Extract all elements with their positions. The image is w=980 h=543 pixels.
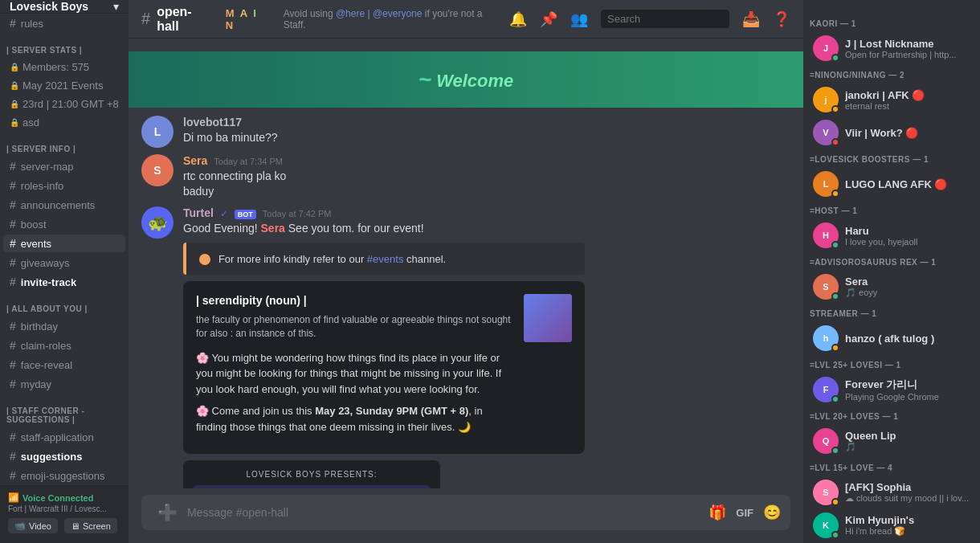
channel-item-emoji-suggestions[interactable]: # emoji-suggestions — [3, 467, 125, 484]
bot-badge: BOT — [235, 210, 256, 219]
member-item-lugo[interactable]: L LUGO LANG AFK 🔴 — [806, 168, 977, 200]
member-item-forever[interactable]: F Forever 가리니 Playing Google Chrome — [806, 374, 977, 406]
member-item-j-lost[interactable]: J J | Lost Nickname Open for Partnership… — [806, 32, 977, 64]
member-item-haru[interactable]: H Haru I love you, hyejaoll — [806, 219, 977, 251]
member-item-sophia[interactable]: S [AFK] Sophia ☁ clouds suit my mood || … — [806, 476, 977, 508]
message-header-1: lovebot117 — [183, 116, 790, 129]
member-info-forever: Forever 가리니 Playing Google Chrome — [845, 378, 970, 402]
member-info-queen: Queen Lip 🎵 — [845, 430, 970, 452]
channel-item-face-reveal[interactable]: # face-reveal — [3, 356, 125, 374]
video-button[interactable]: 📹 Video — [8, 518, 58, 533]
member-avatar-haru: H — [813, 223, 839, 248]
hash-icon-myday: # — [10, 378, 16, 390]
embed-icon — [199, 254, 210, 265]
member-name-kim: Kim Hyunjin's — [845, 514, 970, 526]
channel-name-emoji-suggestions: emoji-suggestions — [21, 470, 105, 482]
hash-icon-bday: # — [10, 320, 16, 333]
channel-name-face-reveal: face-reveal — [21, 359, 72, 371]
hash-icon-boost: # — [10, 218, 16, 231]
channel-item-announcements[interactable]: # announcements — [3, 196, 125, 214]
poster-header: Lovesick Boys Presents: — [193, 470, 431, 479]
help-icon[interactable]: ❓ — [773, 10, 790, 28]
bell-icon[interactable]: 🔔 — [509, 10, 527, 28]
status-dot-online — [831, 54, 839, 62]
channel-item-schedule[interactable]: 🔒 23rd | 21:00 GMT +8 — [3, 96, 125, 112]
search-input[interactable] — [601, 10, 729, 28]
section-label-lvl15: =LVL 15+ LOVE — 4 — [803, 463, 980, 476]
lock-icon-4: 🔒 — [10, 118, 19, 127]
channel-item-roles-info[interactable]: # roles-info — [3, 177, 125, 194]
poster-visual: Bakit monilalabas yungThingy mo? 🧍 — [193, 485, 431, 488]
members-icon[interactable]: 👥 — [570, 10, 588, 28]
member-name-viir: Viir | Work? 🔴 — [845, 127, 970, 139]
channel-name-claim-roles: claim-roles — [21, 340, 71, 352]
channel-name-schedule: 23rd | 21:00 GMT +8 — [22, 98, 119, 110]
message-author-1: lovebot117 — [183, 116, 242, 129]
member-item-kim[interactable]: K Kim Hyunjin's Hi i'm bread 🍞 — [806, 509, 977, 541]
hash-icon-sug: # — [10, 450, 16, 463]
screen-button[interactable]: 🖥 Screen — [64, 518, 117, 533]
channel-item-rules[interactable]: # rules — [3, 14, 125, 32]
card-body-text-2: 🌸 Come and join us this May 23, Sunday 9… — [196, 403, 514, 435]
member-avatar-sera-r: S — [813, 274, 839, 300]
verified-icon: ✓ — [220, 208, 228, 219]
avatar-lovebot: L — [141, 116, 174, 148]
member-item-queen[interactable]: Q Queen Lip 🎵 — [806, 425, 977, 457]
channel-item-events[interactable]: # events — [3, 235, 125, 252]
member-item-janokri[interactable]: j janokri | AFK 🔴 eternal rest — [806, 84, 977, 116]
channel-item-suggestions[interactable]: # suggestions — [3, 447, 125, 465]
voice-actions: 📹 Video 🖥 Screen — [8, 518, 120, 533]
gift-icon[interactable]: 🎁 — [708, 504, 726, 521]
channel-name-birthday: birthday — [21, 320, 58, 333]
member-item-sera[interactable]: S Sera 🎵 eoyy — [806, 271, 977, 303]
member-info-sophia: [AFK] Sophia ☁ clouds suit my mood || i … — [845, 481, 970, 504]
status-dot-online-kim — [831, 531, 839, 539]
channel-item-asd[interactable]: 🔒 asd — [3, 114, 125, 131]
channel-item-claim-roles[interactable]: # claim-roles — [3, 337, 125, 354]
inbox-icon[interactable]: 📥 — [742, 10, 760, 28]
message-input[interactable] — [184, 498, 708, 527]
gif-button[interactable]: GIF — [736, 507, 753, 519]
channel-item-members[interactable]: 🔒 Members: 575 — [3, 59, 125, 76]
welcome-text: ~ Welcome — [419, 67, 514, 92]
embed-link[interactable]: #events — [367, 253, 404, 265]
member-name-hanzo: hanzo ( afk tulog ) — [845, 333, 970, 345]
server-header[interactable]: Lovesick Boys ▾ — [0, 0, 129, 14]
welcome-banner: ~ Welcome — [129, 51, 803, 108]
mention-highlight: Sera — [261, 222, 285, 235]
member-activity-haru: I love you, hyejaoll — [845, 237, 970, 247]
channel-item-myday[interactable]: # myday — [3, 375, 125, 393]
section-server-stats: | SERVER STATS | — [0, 33, 129, 58]
member-name-lugo: LUGO LANG AFK 🔴 — [845, 178, 970, 190]
voice-connected-label: 📶 Voice Connected — [8, 492, 120, 503]
member-item-viir[interactable]: V Viir | Work? 🔴 — [806, 116, 977, 149]
channel-item-server-map[interactable]: # server-map — [3, 157, 125, 175]
server-name: Lovesick Boys — [10, 0, 88, 13]
channel-item-may-events[interactable]: 🔒 May 2021 Events — [3, 77, 125, 94]
channel-item-invite-track[interactable]: # invite-track — [3, 273, 125, 291]
channel-item-boost[interactable]: # boost — [3, 215, 125, 233]
channel-item-giveaways[interactable]: # giveaways — [3, 254, 125, 272]
channel-hash-icon: # — [141, 10, 150, 28]
message-content-turtel: Turtel ✓ BOT Today at 7:42 PM Good Eveni… — [183, 206, 790, 489]
member-avatar-viir: V — [813, 120, 839, 145]
message-content-1: lovebot117 Di mo ba minute?? — [183, 116, 790, 148]
member-item-hanzo[interactable]: h hanzo ( afk tulog ) — [806, 322, 977, 354]
right-sidebar: KAORI — 1 J J | Lost Nickname Open for P… — [803, 0, 980, 543]
emoji-icon[interactable]: 😊 — [763, 504, 781, 521]
message-group-sera: S Sera Today at 7:34 PM rtc connecting p… — [129, 153, 803, 202]
add-attachment-icon[interactable]: ➕ — [151, 495, 184, 530]
channel-item-birthday[interactable]: # birthday — [3, 317, 125, 335]
channel-item-staff-app[interactable]: # staff-application — [3, 428, 125, 446]
lock-icon-2: 🔒 — [10, 81, 19, 90]
voice-connected-area: 📶 Voice Connected Fort | Warcraft III / … — [0, 485, 129, 540]
main-content: # open-hall M A I N Avoid using @here | … — [129, 0, 803, 543]
section-label-lvl20: =LVL 20+ LOVES — 1 — [803, 412, 980, 424]
message-timestamp-turtel: Today at 7:42 PM — [263, 209, 332, 218]
serendipity-title: | serendipity (noun) | — [196, 294, 514, 307]
pin-icon[interactable]: 📌 — [540, 10, 557, 28]
dnd-badge-3: 🔴 — [934, 178, 947, 190]
member-info-sera-r: Sera 🎵 eoyy — [845, 276, 970, 298]
section-label-advisor: =ADVISOROSAURUS REX — 1 — [803, 258, 980, 270]
status-dot-online-5 — [831, 447, 839, 455]
